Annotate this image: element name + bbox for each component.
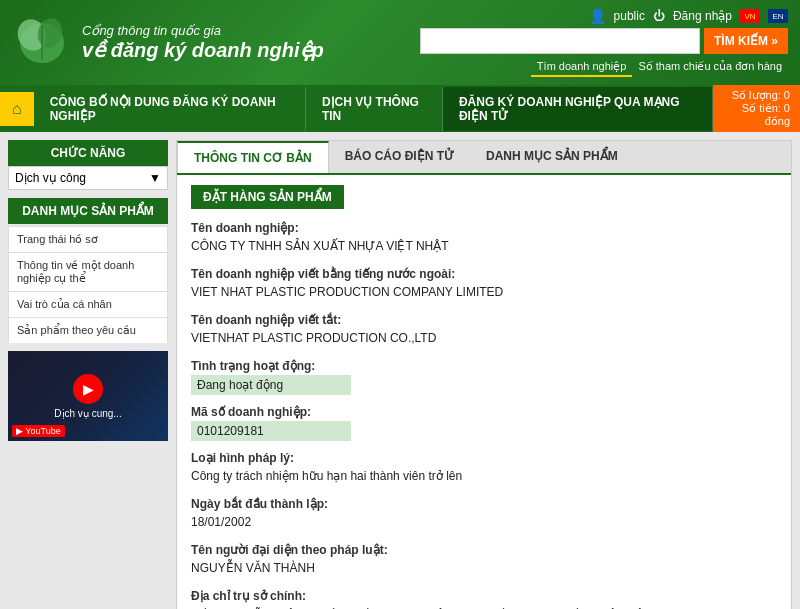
header-right: 👤 public ⏻ Đăng nhập VN EN TÌM KIẾM » Tì…: [420, 8, 788, 77]
field-nguoidd: Tên người đại diện theo pháp luật: NGUYỄ…: [191, 543, 777, 579]
field-nguoidd-value: NGUYỄN VĂN THÀNH: [191, 559, 777, 579]
main-content: THÔNG TIN CƠ BẢN BÁO CÁO ĐIỆN TỬ DANH MỤ…: [176, 140, 792, 609]
search-input[interactable]: [420, 28, 700, 54]
field-ten-dn: Tên doanh nghiệp: CÔNG TY TNHH SẢN XUẤT …: [191, 221, 777, 257]
video-label: Dịch vụ cung...: [54, 408, 121, 419]
cart-quantity: Số lượng: 0: [723, 89, 790, 102]
search-bar: TÌM KIẾM »: [420, 28, 788, 54]
sidebar-item-trangthai[interactable]: Trang thái hồ sơ: [8, 226, 168, 252]
search-tab-company[interactable]: Tìm doanh nghiệp: [531, 58, 633, 77]
field-ten-vt: Tên doanh nghiệp viết tắt: VIETNHAT PLAS…: [191, 313, 777, 349]
sidebar-dichvucong-dropdown[interactable]: Dịch vụ công ▼: [8, 166, 168, 190]
field-maso-label: Mã số doanh nghiệp:: [191, 405, 777, 419]
field-ten-nn-value: VIET NHAT PLASTIC PRODUCTION COMPANY LIM…: [191, 283, 777, 303]
field-ten-dn-value: CÔNG TY TNHH SẢN XUẤT NHỰA VIỆT NHẬT: [191, 237, 777, 257]
sidebar-danhmuc-title: DANH MỤC SẢN PHẨM: [8, 198, 168, 224]
field-nguoidd-label: Tên người đại diện theo pháp luật:: [191, 543, 777, 557]
youtube-badge: ▶ YouTube: [12, 425, 65, 437]
field-diachi-value: Số 31 Nguyễn Thiệp, Phường Đồng Xuân, Qu…: [191, 605, 777, 609]
tab-baocao[interactable]: BÁO CÁO ĐIỆN TỬ: [329, 141, 470, 173]
field-ngaytl-label: Ngày bắt đầu thành lập:: [191, 497, 777, 511]
sidebar-chucnang-title: CHỨC NĂNG: [8, 140, 168, 166]
field-tinhtrang: Tình trạng hoạt động: Đang hoạt động: [191, 359, 777, 395]
video-play-icon: ▶: [73, 374, 103, 404]
sidebar-video[interactable]: ▶ Dịch vụ cung... ▶ YouTube: [8, 351, 168, 441]
cart-info: Số lượng: 0 Số tiền: 0 đồng: [713, 85, 800, 132]
field-tinhtrang-value: Đang hoạt động: [191, 375, 351, 395]
field-tinhtrang-label: Tình trạng hoạt động:: [191, 359, 777, 373]
sidebar-dropdown-label: Dịch vụ công: [15, 171, 86, 185]
field-ngaytl: Ngày bắt đầu thành lập: 18/01/2002: [191, 497, 777, 533]
field-diachi: Địa chỉ trụ sở chính: Số 31 Nguyễn Thiệp…: [191, 589, 777, 609]
order-button[interactable]: ĐẶT HÀNG SẢN PHẨM: [191, 185, 344, 209]
field-ten-nn-label: Tên doanh nghiệp viết bằng tiếng nước ng…: [191, 267, 777, 281]
nav-item-dangky[interactable]: ĐĂNG KÝ DOANH NGHIỆP QUA MẠNG ĐIỆN TỬ: [443, 87, 714, 131]
sidebar: CHỨC NĂNG Dịch vụ công ▼ DANH MỤC SẢN PH…: [8, 140, 168, 609]
login-label: Đăng nhập: [673, 9, 732, 23]
chevron-down-icon: ▼: [149, 171, 161, 185]
flag-vn[interactable]: VN: [740, 9, 760, 23]
field-ten-nn: Tên doanh nghiệp viết bằng tiếng nước ng…: [191, 267, 777, 303]
content-body: ĐẶT HÀNG SẢN PHẨM Tên doanh nghiệp: CÔNG…: [177, 175, 791, 609]
tab-thongtin[interactable]: THÔNG TIN CƠ BẢN: [177, 141, 329, 173]
search-tabs: Tìm doanh nghiệp Số tham chiếu của đơn h…: [531, 58, 788, 77]
user-icon: 👤: [589, 8, 606, 24]
login-link[interactable]: Đăng nhập: [673, 9, 732, 23]
cart-amount: Số tiền: 0 đồng: [723, 102, 790, 128]
field-loaihinh-label: Loại hình pháp lý:: [191, 451, 777, 465]
nav-item-dichvu[interactable]: DỊCH VỤ THÔNG TIN: [306, 87, 443, 131]
header-user-area: 👤 public ⏻ Đăng nhập VN EN: [589, 8, 788, 24]
site-title: Cổng thông tin quốc gia về đăng ký doanh…: [82, 23, 324, 62]
field-ten-dn-label: Tên doanh nghiệp:: [191, 221, 777, 235]
logo-icon: [12, 15, 72, 70]
username-label: public: [614, 9, 645, 23]
field-diachi-label: Địa chỉ trụ sở chính:: [191, 589, 777, 603]
field-ten-vt-label: Tên doanh nghiệp viết tắt:: [191, 313, 777, 327]
sidebar-item-sanpham[interactable]: Sản phẩm theo yêu cầu: [8, 317, 168, 343]
site-title-top: Cổng thông tin quốc gia: [82, 23, 324, 38]
field-maso-value: 0101209181: [191, 421, 351, 441]
field-maso: Mã số doanh nghiệp: 0101209181: [191, 405, 777, 441]
field-ten-vt-value: VIETNHAT PLASTIC PRODUCTION CO.,LTD: [191, 329, 777, 349]
tab-danhmuc[interactable]: DANH MỤC SẢN PHẨM: [470, 141, 634, 173]
nav-home-button[interactable]: ⌂: [0, 92, 34, 126]
logo-area: Cổng thông tin quốc gia về đăng ký doanh…: [12, 15, 324, 70]
sidebar-item-thongtin[interactable]: Thông tin về một doanh nghiệp cụ thể: [8, 252, 168, 291]
navbar: ⌂ CÔNG BỐ NỘI DUNG ĐĂNG KÝ DOANH NGHIỆP …: [0, 85, 800, 132]
site-title-main: về đăng ký doanh nghiệp: [82, 38, 324, 62]
search-button[interactable]: TÌM KIẾM »: [704, 28, 788, 54]
main-container: CHỨC NĂNG Dịch vụ công ▼ DANH MỤC SẢN PH…: [0, 132, 800, 609]
nav-item-congbo[interactable]: CÔNG BỐ NỘI DUNG ĐĂNG KÝ DOANH NGHIỆP: [34, 87, 306, 131]
field-ngaytl-value: 18/01/2002: [191, 513, 777, 533]
flag-en[interactable]: EN: [768, 9, 788, 23]
power-icon: ⏻: [653, 9, 665, 23]
search-tab-ref[interactable]: Số tham chiếu của đơn hàng: [632, 58, 788, 77]
field-loaihinh-value: Công ty trách nhiệm hữu hạn hai thành vi…: [191, 467, 777, 487]
sidebar-item-vaitro[interactable]: Vai trò của cá nhân: [8, 291, 168, 317]
field-loaihinh: Loại hình pháp lý: Công ty trách nhiệm h…: [191, 451, 777, 487]
header: Cổng thông tin quốc gia về đăng ký doanh…: [0, 0, 800, 85]
tabs-bar: THÔNG TIN CƠ BẢN BÁO CÁO ĐIỆN TỬ DANH MỤ…: [177, 141, 791, 175]
